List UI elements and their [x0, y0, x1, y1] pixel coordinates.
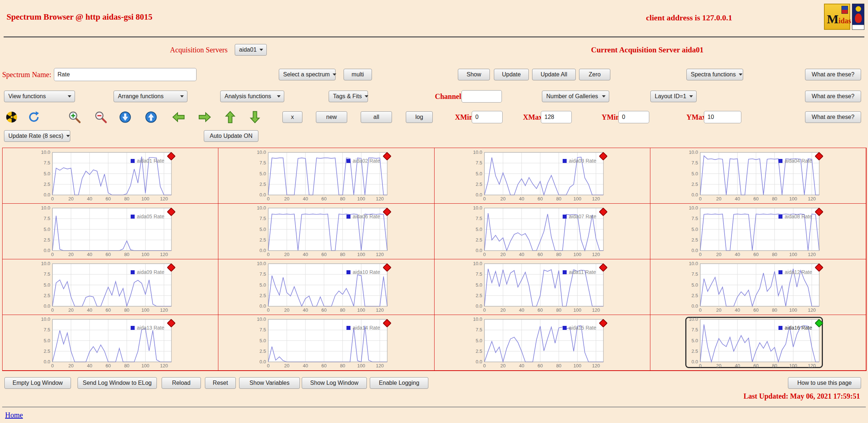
svg-text:aida16 Rate: aida16 Rate	[785, 325, 812, 331]
all-button-label: all	[373, 114, 379, 120]
update-rate-row: Update Rate (8 secs) Auto Update ON	[0, 129, 868, 143]
spectrum-name-input[interactable]	[54, 68, 197, 81]
svg-text:10.0: 10.0	[473, 205, 482, 211]
arrow-down-icon[interactable]	[248, 111, 262, 124]
svg-text:100: 100	[573, 307, 581, 313]
show-button[interactable]: Show	[458, 69, 490, 80]
spectrum-cell-aida04[interactable]: 0.02.55.07.510.0020406080100120aida04 Ra…	[650, 148, 866, 204]
what-are-these-button-3[interactable]: What are these?	[805, 111, 861, 123]
spectrum-cell-aida02[interactable]: 0.02.55.07.510.0020406080100120aida02 Ra…	[218, 148, 434, 204]
spectrum-cell-aida11[interactable]: 0.02.55.07.510.0020406080100120aida11 Ra…	[435, 259, 650, 315]
svg-text:80: 80	[340, 363, 345, 368]
all-button[interactable]: all	[361, 111, 392, 123]
reset-button[interactable]: Reset	[205, 377, 236, 389]
pan-down-icon[interactable]	[119, 111, 131, 123]
spectrum-cell-aida07[interactable]: 0.02.55.07.510.0020406080100120aida07 Ra…	[435, 204, 650, 259]
empty-log-window-button[interactable]: Empty Log Window	[4, 377, 71, 389]
arrange-functions-dropdown[interactable]: Arrange functions	[114, 91, 187, 102]
svg-text:80: 80	[772, 307, 777, 313]
spectrum-cell-aida13[interactable]: 0.02.55.07.510.0020406080100120aida13 Ra…	[3, 315, 218, 371]
ymax-input[interactable]	[704, 111, 741, 123]
tags-fits-dropdown[interactable]: Tags & Fits	[329, 91, 368, 102]
how-to-use-button[interactable]: How to use this page	[788, 377, 861, 389]
svg-text:0: 0	[483, 307, 485, 313]
radiation-icon[interactable]	[6, 112, 17, 123]
acquisition-server-select[interactable]: aida01	[235, 44, 267, 56]
facility-logo	[852, 4, 864, 30]
update-button[interactable]: Update	[494, 69, 529, 80]
select-spectrum-dropdown[interactable]: Select a spectrum	[279, 69, 336, 80]
home-link[interactable]: Home	[5, 411, 23, 419]
show-variables-button[interactable]: Show Variables	[239, 377, 300, 389]
svg-text:10.0: 10.0	[257, 149, 266, 155]
auto-update-button[interactable]: Auto Update ON	[204, 130, 258, 142]
view-functions-dropdown[interactable]: View functions	[4, 91, 75, 102]
svg-text:120: 120	[160, 363, 168, 368]
chevron-down-icon	[68, 95, 71, 97]
spectrum-cell-aida09[interactable]: 0.02.55.07.510.0020406080100120aida09 Ra…	[3, 259, 218, 315]
svg-text:2.5: 2.5	[44, 237, 50, 243]
spectra-functions-dropdown[interactable]: Spectra functions	[686, 69, 743, 80]
spectrum-cell-aida15[interactable]: 0.02.55.07.510.0020406080100120aida15 Ra…	[435, 315, 650, 371]
number-of-galleries-dropdown[interactable]: Number of Galleries	[542, 91, 609, 102]
show-log-window-button[interactable]: Show Log Window	[302, 377, 367, 389]
svg-text:40: 40	[87, 252, 92, 257]
ymin-input[interactable]	[618, 111, 649, 123]
spectrum-cell-aida16[interactable]: 0.02.55.07.510.0020406080100120aida16 Ra…	[650, 315, 866, 371]
zoom-in-icon[interactable]	[68, 110, 82, 124]
svg-text:120: 120	[592, 363, 600, 368]
spectrum-cell-aida01[interactable]: 0.02.55.07.510.0020406080100120aida01 Ra…	[3, 148, 218, 204]
arrow-right-icon[interactable]	[198, 111, 212, 123]
spectrum-chart-aida07: 0.02.55.07.510.0020406080100120aida07 Ra…	[455, 204, 612, 258]
svg-text:80: 80	[772, 363, 777, 368]
spectrum-cell-aida06[interactable]: 0.02.55.07.510.0020406080100120aida06 Ra…	[218, 204, 434, 259]
spectrum-chart-aida09: 0.02.55.07.510.0020406080100120aida09 Ra…	[23, 259, 180, 314]
new-button[interactable]: new	[316, 111, 347, 123]
svg-text:120: 120	[592, 196, 600, 201]
xmax-input[interactable]	[541, 111, 572, 123]
x-button[interactable]: x	[282, 111, 302, 123]
svg-text:40: 40	[735, 307, 740, 313]
arrow-left-icon[interactable]	[171, 111, 186, 123]
svg-text:5.0: 5.0	[259, 227, 266, 232]
svg-text:10.0: 10.0	[41, 261, 50, 266]
svg-text:80: 80	[124, 307, 129, 313]
what-are-these-button-2[interactable]: What are these?	[805, 91, 861, 102]
spectrum-cell-aida03[interactable]: 0.02.55.07.510.0020406080100120aida03 Ra…	[435, 148, 650, 204]
refresh-icon[interactable]	[28, 111, 40, 123]
acquisition-server-value: aida01	[239, 47, 257, 53]
svg-text:0.0: 0.0	[475, 359, 482, 364]
what-are-these-button-1[interactable]: What are these?	[805, 69, 861, 80]
svg-text:0.0: 0.0	[475, 192, 482, 197]
arrow-up-icon[interactable]	[223, 111, 237, 124]
update-all-button[interactable]: Update All	[532, 69, 576, 80]
spectrum-cell-aida14[interactable]: 0.02.55.07.510.0020406080100120aida14 Ra…	[218, 315, 434, 371]
spectrum-cell-aida12[interactable]: 0.02.55.07.510.0020406080100120aida12 Ra…	[650, 259, 866, 315]
zoom-out-icon[interactable]	[94, 110, 108, 124]
spectrum-cell-aida10[interactable]: 0.02.55.07.510.0020406080100120aida10 Ra…	[218, 259, 434, 315]
send-log-to-elog-button[interactable]: Send Log Window to ELog	[78, 377, 157, 389]
pan-up-icon[interactable]	[145, 111, 157, 123]
update-rate-dropdown[interactable]: Update Rate (8 secs)	[4, 130, 70, 142]
analysis-functions-dropdown[interactable]: Analysis functions	[220, 91, 284, 102]
svg-text:aida11 Rate: aida11 Rate	[569, 269, 596, 275]
svg-text:100: 100	[357, 307, 365, 313]
multi-button[interactable]: multi	[344, 69, 372, 80]
enable-logging-button[interactable]: Enable Logging	[370, 377, 428, 389]
svg-text:40: 40	[303, 363, 308, 368]
log-button[interactable]: log	[406, 111, 433, 123]
svg-text:120: 120	[376, 252, 384, 257]
zero-button[interactable]: Zero	[579, 69, 610, 80]
svg-text:60: 60	[321, 307, 326, 313]
layout-id-dropdown[interactable]: Layout ID=1	[650, 91, 697, 102]
spectrum-cell-aida05[interactable]: 0.02.55.07.510.0020406080100120aida05 Ra…	[3, 204, 218, 259]
reload-button[interactable]: Reload	[162, 377, 201, 389]
svg-text:aida10 Rate: aida10 Rate	[353, 269, 380, 275]
svg-text:5.0: 5.0	[259, 282, 266, 288]
svg-text:10.0: 10.0	[473, 149, 482, 155]
svg-text:60: 60	[321, 363, 326, 368]
xmin-input[interactable]	[472, 111, 503, 123]
last-updated-text: Last Updated: May 06, 2021 17:59:51	[744, 392, 860, 400]
channel-input[interactable]	[461, 90, 502, 103]
spectrum-cell-aida08[interactable]: 0.02.55.07.510.0020406080100120aida08 Ra…	[650, 204, 866, 259]
